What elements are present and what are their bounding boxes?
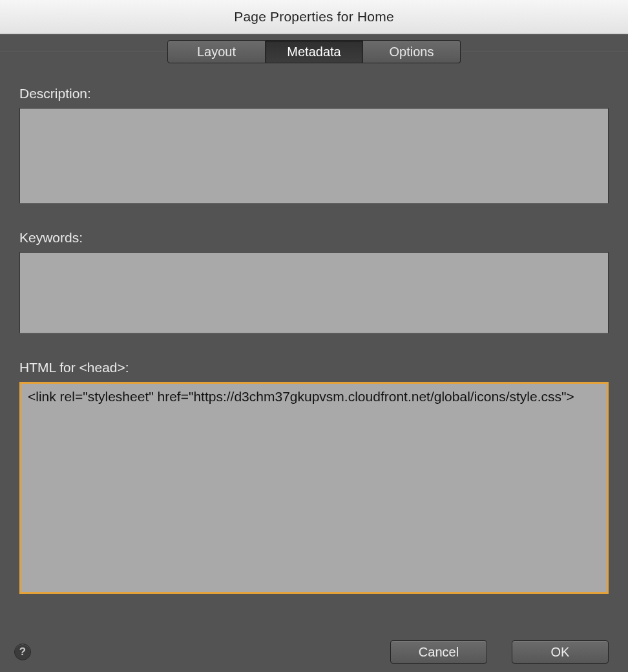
description-label: Description: xyxy=(19,86,609,101)
ok-button-label: OK xyxy=(551,645,570,660)
tab-label: Layout xyxy=(197,45,236,59)
cancel-button-label: Cancel xyxy=(419,645,459,660)
html-head-input[interactable] xyxy=(19,382,609,594)
dialog-titlebar: Page Properties for Home xyxy=(0,0,628,34)
keywords-input[interactable] xyxy=(19,252,609,333)
keywords-label: Keywords: xyxy=(19,230,609,246)
tab-options[interactable]: Options xyxy=(363,40,461,63)
cancel-button[interactable]: Cancel xyxy=(390,640,487,664)
dialog-content: Description: Keywords: HTML for <head>: xyxy=(0,69,628,632)
description-input[interactable] xyxy=(19,108,609,204)
tab-strip-container: Layout Metadata Options xyxy=(0,34,628,69)
html-head-label: HTML for <head>: xyxy=(19,360,609,375)
dialog-footer: ? Cancel OK xyxy=(0,632,628,672)
page-properties-dialog: Page Properties for Home Layout Metadata… xyxy=(0,0,628,672)
dialog-title: Page Properties for Home xyxy=(234,9,394,25)
tab-metadata[interactable]: Metadata xyxy=(266,40,363,63)
tab-layout[interactable]: Layout xyxy=(167,40,266,63)
tab-strip: Layout Metadata Options xyxy=(0,34,628,69)
ok-button[interactable]: OK xyxy=(512,640,609,664)
help-icon[interactable]: ? xyxy=(14,644,31,660)
tab-label: Options xyxy=(390,45,434,59)
tab-label: Metadata xyxy=(287,45,340,59)
